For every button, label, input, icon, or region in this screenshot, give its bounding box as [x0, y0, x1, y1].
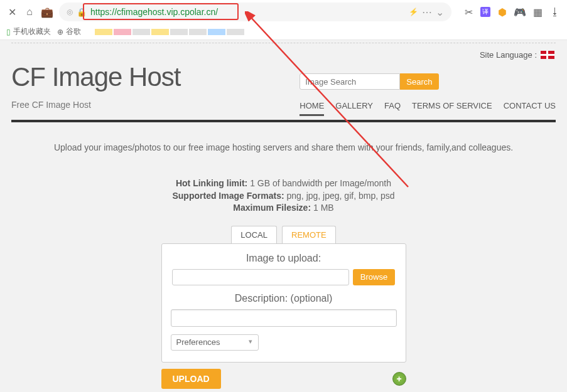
upload-panel: Image to upload: Browse Description: (op… [161, 243, 406, 363]
globe-icon: ⊕ [57, 28, 63, 36]
site-language[interactable]: Site Language : [480, 50, 554, 60]
intro-text: Upload your images/photos to our free im… [11, 142, 556, 152]
bookmark-google[interactable]: ⊕ 谷歌 [57, 26, 81, 37]
menu-dots-icon[interactable]: ⋯ [422, 6, 432, 18]
shield-ext-icon[interactable]: ⬢ [497, 6, 508, 18]
color-swatches [95, 29, 244, 35]
chevron-down-icon[interactable]: ⌄ [436, 6, 444, 18]
grid-icon[interactable]: ▦ [532, 6, 543, 18]
bookmark-bar: ▯ 手机收藏夹 ⊕ 谷歌 [0, 24, 567, 40]
tab-remote[interactable]: REMOTE [282, 226, 336, 243]
search-input[interactable] [300, 73, 400, 90]
briefcase-icon[interactable]: 💼 [41, 6, 53, 18]
browse-button[interactable]: Browse [353, 269, 395, 285]
description-input[interactable] [171, 309, 397, 327]
search-button[interactable]: Search [400, 73, 438, 90]
address-bar[interactable]: ◎ 🔒 https://cfimagehost.vip.cpolar.cn/ ⚡… [59, 3, 451, 21]
toolbar-extensions: ✂ 译 ⬢ 🎮 ▦ ⭳ [458, 6, 561, 18]
nav-contact[interactable]: CONTACT US [504, 101, 556, 116]
home-icon[interactable]: ⌂ [24, 6, 35, 18]
nav-home[interactable]: HOME [300, 101, 324, 116]
upload-button[interactable]: UPLOAD [161, 369, 221, 389]
add-button[interactable]: + [392, 372, 406, 386]
site-subtitle: Free CF Image Host [11, 100, 180, 110]
site-title: CF Image Host [11, 62, 180, 92]
download-icon[interactable]: ⭳ [549, 6, 561, 18]
preferences-select[interactable]: Preferences [171, 334, 259, 351]
main-nav: HOME GALLERY FAQ TERMS OF SERVICE CONTAC… [300, 101, 556, 116]
nav-faq[interactable]: FAQ [384, 101, 401, 116]
browser-toolbar: ✕ ⌂ 💼 ◎ 🔒 https://cfimagehost.vip.cpolar… [0, 0, 567, 24]
lock-icon: 🔒 [77, 8, 87, 17]
bookmark-icon: ▯ [6, 28, 11, 36]
upload-label: Image to upload: [171, 253, 397, 264]
gamepad-icon[interactable]: 🎮 [514, 6, 526, 18]
shield-icon: ◎ [67, 8, 73, 16]
limits-info: Hot Linking limit: 1 GB of bandwidth per… [11, 177, 556, 215]
scissors-icon[interactable]: ✂ [463, 6, 474, 18]
file-input[interactable] [172, 269, 349, 285]
flag-england-icon [541, 51, 554, 59]
url-text: https://cfimagehost.vip.cpolar.cn/ [90, 7, 218, 17]
nav-gallery[interactable]: GALLERY [335, 101, 373, 116]
translate-icon[interactable]: 译 [480, 7, 490, 17]
bolt-icon[interactable]: ⚡ [409, 8, 418, 16]
bookmark-mobile[interactable]: ▯ 手机收藏夹 [6, 26, 51, 37]
upload-tabs: LOCAL REMOTE [11, 226, 556, 243]
description-label: Description: (optional) [171, 293, 397, 304]
nav-tos[interactable]: TERMS OF SERVICE [412, 101, 492, 116]
divider [11, 120, 556, 122]
tab-local[interactable]: LOCAL [231, 226, 277, 243]
close-icon[interactable]: ✕ [6, 6, 18, 18]
